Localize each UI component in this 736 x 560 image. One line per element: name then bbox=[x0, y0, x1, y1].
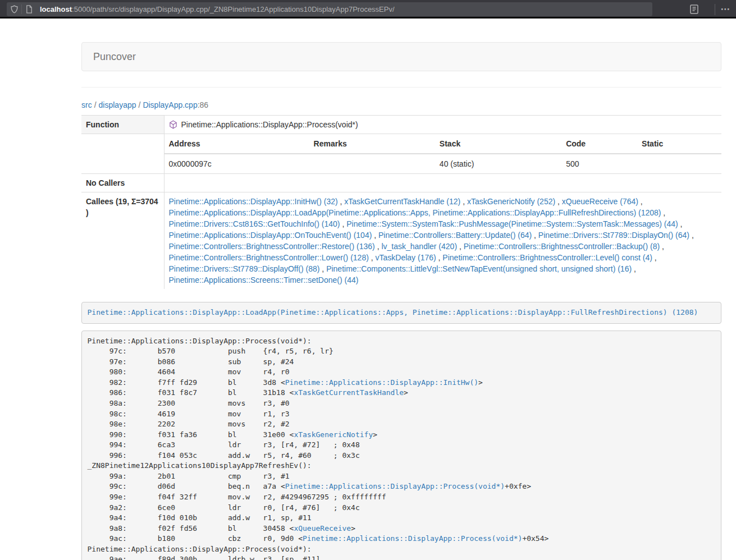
col-remarks: Remarks bbox=[309, 134, 435, 154]
col-address: Address bbox=[164, 134, 309, 154]
function-name: Pinetime::Applications::DisplayApp::Proc… bbox=[181, 119, 358, 130]
callee-separator: , bbox=[460, 197, 467, 206]
disassembly-box: Pinetime::Applications::DisplayApp::Proc… bbox=[81, 331, 721, 560]
divider-rule bbox=[81, 87, 721, 88]
url-host: localhost bbox=[40, 5, 72, 13]
cell-static bbox=[637, 154, 721, 173]
code-symbol-link[interactable]: xTaskGetCurrentTaskHandle bbox=[294, 388, 404, 397]
callee-link[interactable]: Pinetime::Applications::DisplayApp::Init… bbox=[169, 197, 338, 206]
url-bar[interactable]: localhost:5000/path/src/displayapp/Displ… bbox=[7, 2, 652, 16]
cell-stack: 40 (static) bbox=[435, 154, 561, 173]
callee-link[interactable]: Pinetime::Controllers::Battery::Update()… bbox=[378, 231, 532, 240]
callee-separator: , bbox=[661, 208, 665, 217]
callee-separator: , bbox=[678, 219, 683, 228]
no-callers-row: No Callers bbox=[81, 174, 721, 192]
callee-separator: , bbox=[319, 264, 326, 273]
browser-toolbar: localhost:5000/path/src/displayapp/Displ… bbox=[0, 0, 736, 19]
stats-header-row: Address Remarks Stack Code Static bbox=[164, 134, 722, 154]
callee-link[interactable]: Pinetime::Controllers::BrightnessControl… bbox=[442, 253, 652, 262]
breadcrumb-link-file[interactable]: DisplayApp.cpp bbox=[143, 100, 197, 109]
breadcrumb: src/displayapp/DisplayApp.cpp:86 bbox=[81, 99, 721, 111]
callee-link[interactable]: Pinetime::Controllers::BrightnessControl… bbox=[464, 242, 660, 251]
function-table: Function Pinetime::Applications::Display… bbox=[81, 115, 721, 289]
callee-link[interactable]: Pinetime::Controllers::BrightnessControl… bbox=[169, 242, 375, 251]
brand-link[interactable]: Puncover bbox=[82, 51, 144, 62]
code-symbol-link[interactable]: Pinetime::Applications::DisplayApp::Proc… bbox=[303, 534, 522, 543]
no-callers-label: No Callers bbox=[81, 174, 164, 192]
toolbar-right-controls: ••• bbox=[687, 0, 736, 19]
callee-separator: , bbox=[372, 231, 378, 240]
breadcrumb-link-src[interactable]: src bbox=[81, 100, 92, 109]
callees-list: Pinetime::Applications::DisplayApp::Init… bbox=[164, 192, 721, 290]
loadapp-highlight-box: Pinetime::Applications::DisplayApp::Load… bbox=[81, 302, 721, 324]
callee-separator: , bbox=[555, 197, 562, 206]
function-stats-table: Address Remarks Stack Code Static 0x0000… bbox=[164, 134, 722, 173]
site-navbar: Puncover bbox=[81, 42, 721, 71]
callee-separator: , bbox=[338, 197, 345, 206]
callee-separator: , bbox=[652, 253, 657, 262]
callee-link[interactable]: Pinetime::Drivers::St7789::DisplayOff() … bbox=[169, 264, 320, 273]
callee-separator: , bbox=[436, 253, 443, 262]
callee-link[interactable]: Pinetime::Applications::DisplayApp::Load… bbox=[169, 208, 661, 217]
callee-separator: , bbox=[340, 219, 347, 228]
callees-label: Callees (19, Σ=3704 ) bbox=[81, 192, 164, 290]
function-label: Function bbox=[81, 116, 164, 134]
callee-separator: , bbox=[457, 242, 464, 251]
toolbar-divider bbox=[715, 4, 715, 15]
breadcrumb-line-number: :86 bbox=[198, 100, 208, 109]
cell-remarks bbox=[309, 154, 435, 173]
page-info-icon[interactable] bbox=[22, 2, 36, 16]
loadapp-link[interactable]: Pinetime::Applications::DisplayApp::Load… bbox=[88, 308, 698, 316]
callee-link[interactable]: xTaskGenericNotify (252) bbox=[467, 197, 555, 206]
function-row: Function Pinetime::Applications::Display… bbox=[81, 116, 721, 134]
callee-link[interactable]: xTaskGetCurrentTaskHandle (12) bbox=[344, 197, 460, 206]
stats-value-row: 0x0000097c 40 (static) 500 bbox=[164, 154, 722, 173]
col-code: Code bbox=[561, 134, 637, 154]
breadcrumb-separator: / bbox=[92, 100, 99, 109]
callee-separator: , bbox=[375, 242, 382, 251]
callee-separator: , bbox=[689, 231, 694, 240]
disassembly-code: Pinetime::Applications::DisplayApp::Proc… bbox=[88, 337, 549, 560]
function-detail-row: Address Remarks Stack Code Static 0x0000… bbox=[81, 134, 721, 174]
code-symbol-link[interactable]: Pinetime::Applications::DisplayApp::Proc… bbox=[285, 482, 505, 490]
code-symbol-link[interactable]: Pinetime::Applications::DisplayApp::Init… bbox=[285, 378, 478, 387]
more-menu-icon[interactable]: ••• bbox=[720, 6, 736, 12]
callee-link[interactable]: Pinetime::Applications::Screens::Timer::… bbox=[169, 276, 359, 284]
symbol-cube-icon bbox=[169, 120, 177, 129]
shield-icon[interactable] bbox=[7, 2, 21, 16]
reader-mode-icon[interactable] bbox=[687, 2, 701, 16]
callee-link[interactable]: Pinetime::Drivers::St7789::DisplayOn() (… bbox=[538, 231, 689, 240]
callee-link[interactable]: Pinetime::Controllers::BrightnessControl… bbox=[169, 253, 369, 262]
url-path: :5000/path/src/displayapp/DisplayApp.cpp… bbox=[72, 5, 395, 13]
breadcrumb-separator: / bbox=[136, 100, 143, 109]
callee-separator: , bbox=[638, 197, 643, 206]
callee-separator: , bbox=[632, 264, 636, 273]
page-container: Puncover src/displayapp/DisplayApp.cpp:8… bbox=[81, 42, 721, 560]
callee-link[interactable]: Pinetime::Applications::DisplayApp::OnTo… bbox=[169, 231, 372, 240]
cell-code: 500 bbox=[561, 154, 637, 173]
callee-link[interactable]: xQueueReceive (764) bbox=[562, 197, 638, 206]
callees-row: Callees (19, Σ=3704 ) Pinetime::Applicat… bbox=[81, 192, 721, 290]
callee-link[interactable]: Pinetime::Drivers::Cst816S::GetTouchInfo… bbox=[169, 219, 340, 228]
cell-address: 0x0000097c bbox=[164, 154, 309, 173]
callee-link[interactable]: lv_task_handler (420) bbox=[381, 242, 457, 251]
url-text[interactable]: localhost:5000/path/src/displayapp/Displ… bbox=[40, 5, 395, 13]
callee-separator: , bbox=[369, 253, 376, 262]
callee-link[interactable]: Pinetime::System::SystemTask::PushMessag… bbox=[346, 219, 678, 228]
code-symbol-link[interactable]: xQueueReceive bbox=[294, 524, 351, 533]
callee-link[interactable]: vTaskDelay (176) bbox=[376, 253, 436, 262]
col-stack: Stack bbox=[435, 134, 561, 154]
code-symbol-link[interactable]: xTaskGenericNotify bbox=[294, 430, 373, 439]
callee-link[interactable]: Pinetime::Components::LittleVgl::SetNewT… bbox=[326, 264, 632, 273]
col-static: Static bbox=[637, 134, 721, 154]
callee-separator: , bbox=[532, 231, 538, 240]
callee-separator: , bbox=[660, 242, 664, 251]
breadcrumb-link-displayapp[interactable]: displayapp bbox=[99, 100, 136, 109]
